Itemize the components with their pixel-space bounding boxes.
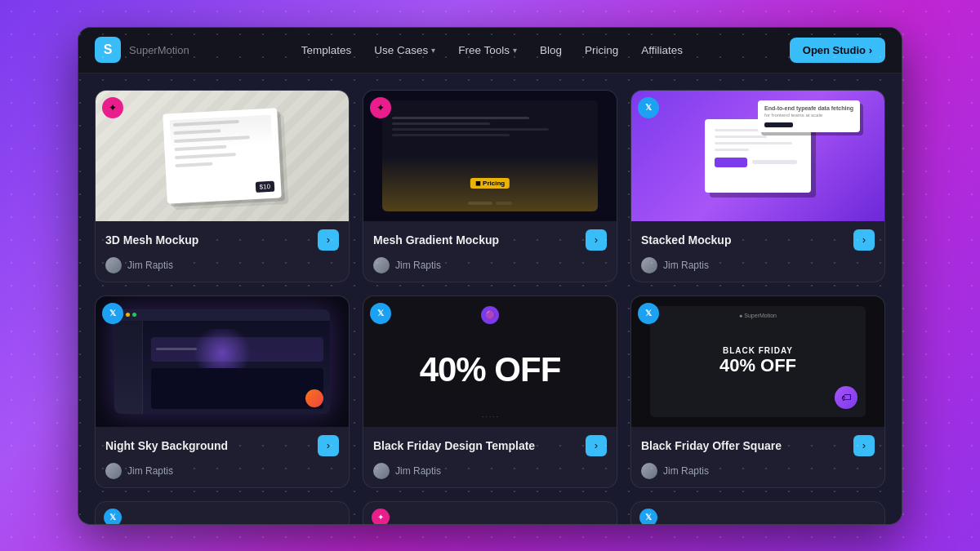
nav-blog[interactable]: Blog (530, 39, 572, 61)
card-arrow-btn-night-sky[interactable]: › (318, 435, 339, 456)
card-footer-black-friday-square: Black Friday Offer Square › Jim Raptis (631, 427, 884, 487)
card-title-night-sky: Night Sky Background (105, 439, 228, 452)
card-author-night-sky: Jim Raptis (105, 463, 339, 479)
card-badge-pink-2: ✦ (370, 97, 391, 118)
author-name-night-sky: Jim Raptis (127, 465, 173, 477)
card-arrow-btn-black-friday[interactable]: › (586, 435, 607, 456)
nav-links: Templates Use Cases ▾ Free Tools ▾ Blog … (292, 39, 693, 61)
card-footer-stacked: Stacked Mockup › Jim Raptis (631, 221, 884, 282)
author-name-stacked: Jim Raptis (663, 260, 709, 271)
nav-affiliates[interactable]: Affiliates (631, 39, 693, 61)
partial-card-1[interactable]: 𝕏 (95, 501, 350, 524)
template-card-3d-mesh[interactable]: ✦ $10 (95, 90, 350, 282)
author-name-3d-mesh: Jim Raptis (127, 260, 173, 271)
card-author-stacked: Jim Raptis (641, 257, 875, 273)
content-area: ✦ $10 (78, 73, 902, 524)
card-image-black-friday-square: 𝕏 ● SuperMotion BLACK FRIDAY 40% OFF 🏷 (631, 296, 884, 427)
nav-pricing[interactable]: Pricing (575, 39, 628, 61)
template-card-black-friday-square[interactable]: 𝕏 ● SuperMotion BLACK FRIDAY 40% OFF 🏷 (630, 295, 885, 488)
card-badge-twitter-5: 𝕏 (370, 303, 391, 324)
author-avatar-3d-mesh (105, 257, 122, 273)
nav-free-tools-label: Free Tools (458, 44, 510, 56)
nav-use-cases[interactable]: Use Cases ▾ (364, 39, 445, 61)
open-studio-button[interactable]: Open Studio › (790, 38, 885, 63)
logo[interactable]: S (95, 37, 121, 63)
author-avatar-black-friday (373, 463, 390, 479)
author-name-black-friday: Jim Raptis (395, 465, 441, 477)
templates-grid: ✦ $10 (95, 90, 885, 488)
author-avatar-night-sky (105, 463, 122, 479)
card-author-mesh-gradient: Jim Raptis (373, 257, 607, 273)
nav-use-cases-label: Use Cases (374, 44, 428, 56)
author-name-black-friday-square: Jim Raptis (663, 465, 709, 477)
bfs-discount-tag: 🏷 (835, 386, 858, 409)
card-image-stacked: 𝕏 (631, 91, 884, 221)
card-image-black-friday: 𝕏 🟣 40% OFF · · · · · (363, 296, 617, 427)
card-footer-mesh-gradient: Mesh Gradient Mockup › Jim Raptis (363, 221, 617, 282)
card-title-black-friday: Black Friday Design Template (373, 439, 535, 452)
card-badge-twitter-3: 𝕏 (638, 97, 659, 118)
card-image-mesh-gradient: ✦ ◼ Pricing (363, 91, 617, 221)
nav-templates-label: Templates (301, 44, 352, 56)
template-card-stacked[interactable]: 𝕏 (630, 90, 885, 282)
card-footer-black-friday: Black Friday Design Template › Jim Rapti… (363, 427, 617, 487)
partial-badge-1: 𝕏 (104, 509, 122, 524)
bfs-inner-visual: ● SuperMotion BLACK FRIDAY 40% OFF 🏷 (650, 306, 866, 417)
template-card-black-friday[interactable]: 𝕏 🟣 40% OFF · · · · · Black Friday Desig… (363, 295, 617, 488)
card-footer-night-sky: Night Sky Background › Jim Raptis (96, 427, 349, 487)
card-image-night-sky: 𝕏 (96, 296, 349, 427)
nav-free-tools-chevron: ▾ (513, 46, 517, 55)
card-title-3d-mesh: 3D Mesh Mockup (105, 233, 198, 247)
logo-text: S (104, 42, 113, 57)
author-avatar-stacked (641, 257, 657, 273)
nav-use-cases-chevron: ▾ (431, 46, 435, 55)
card-badge-pink-1: ✦ (102, 97, 123, 118)
main-window: S SuperMotion Templates Use Cases ▾ Free… (78, 27, 902, 525)
card-title-black-friday-square: Black Friday Offer Square (641, 439, 782, 452)
card-badge-twitter-6: 𝕏 (638, 303, 659, 324)
nav-pricing-label: Pricing (585, 44, 618, 56)
card-badge-twitter-4: 𝕏 (102, 303, 123, 324)
card-footer-3d-mesh: 3D Mesh Mockup › Jim Raptis (96, 221, 349, 282)
template-card-night-sky[interactable]: 𝕏 (95, 295, 350, 488)
paper-stack-visual: $10 (163, 108, 282, 203)
mesh-gradient-visual: ◼ Pricing (382, 100, 598, 211)
bf-text-visual: 40% OFF (420, 353, 561, 387)
author-name-mesh-gradient: Jim Raptis (395, 260, 441, 271)
card-image-3d-mesh: ✦ $10 (96, 91, 349, 221)
nav-templates[interactable]: Templates (292, 39, 362, 61)
nav-affiliates-label: Affiliates (641, 44, 683, 56)
partial-card-3[interactable]: 𝕏 (630, 501, 885, 524)
partial-card-2[interactable]: ✦ (363, 501, 617, 524)
card-arrow-btn-mesh-gradient[interactable]: › (586, 229, 607, 251)
template-card-mesh-gradient[interactable]: ✦ ◼ Pricing (363, 90, 617, 282)
night-sky-visual (114, 309, 330, 414)
card-author-black-friday: Jim Raptis (373, 463, 607, 479)
navbar: S SuperMotion Templates Use Cases ▾ Free… (78, 28, 902, 73)
partial-badge-3: 𝕏 (639, 509, 657, 524)
card-title-mesh-gradient: Mesh Gradient Mockup (373, 233, 499, 247)
brand-name: SuperMotion (129, 44, 194, 56)
author-avatar-black-friday-square (641, 463, 657, 479)
partial-badge-2: ✦ (372, 509, 390, 524)
card-arrow-btn-black-friday-square[interactable]: › (853, 435, 875, 456)
bf-product-icon: 🟣 (481, 306, 499, 324)
nav-free-tools[interactable]: Free Tools ▾ (448, 39, 527, 61)
nav-blog-label: Blog (540, 44, 562, 56)
partial-cards-row: 𝕏 ✦ 𝕏 (95, 501, 885, 524)
card-author-3d-mesh: Jim Raptis (105, 257, 339, 273)
card-author-black-friday-square: Jim Raptis (641, 463, 875, 479)
card-arrow-btn-3d-mesh[interactable]: › (318, 229, 339, 251)
card-title-stacked: Stacked Mockup (641, 233, 731, 247)
card-arrow-btn-stacked[interactable]: › (853, 229, 875, 251)
bf-footer-text: · · · · · (482, 413, 498, 420)
author-avatar-mesh-gradient (373, 257, 390, 273)
